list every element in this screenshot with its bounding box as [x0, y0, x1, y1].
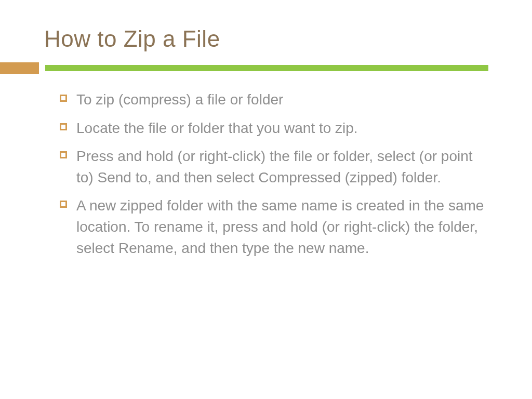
divider-accent-green: [45, 65, 488, 71]
square-bullet-icon: [60, 123, 67, 130]
list-item: A new zipped folder with the same name i…: [60, 195, 488, 259]
bullet-text: Locate the file or folder that you want …: [76, 118, 358, 139]
slide-container: How to Zip a File To zip (compress) a fi…: [0, 0, 532, 399]
square-bullet-icon: [60, 95, 67, 102]
square-bullet-icon: [60, 201, 67, 208]
list-item: Locate the file or folder that you want …: [60, 118, 488, 139]
square-bullet-icon: [60, 151, 67, 158]
list-item: To zip (compress) a file or folder: [60, 89, 488, 111]
bullet-text: To zip (compress) a file or folder: [76, 89, 283, 111]
bullet-text: Press and hold (or right-click) the file…: [76, 146, 488, 188]
list-item: Press and hold (or right-click) the file…: [60, 146, 488, 188]
divider-accent-orange: [0, 62, 39, 74]
slide-title: How to Zip a File: [0, 26, 488, 52]
bullet-text: A new zipped folder with the same name i…: [76, 195, 488, 259]
divider-row: [0, 62, 488, 74]
slide-content: To zip (compress) a file or folder Locat…: [0, 89, 488, 259]
